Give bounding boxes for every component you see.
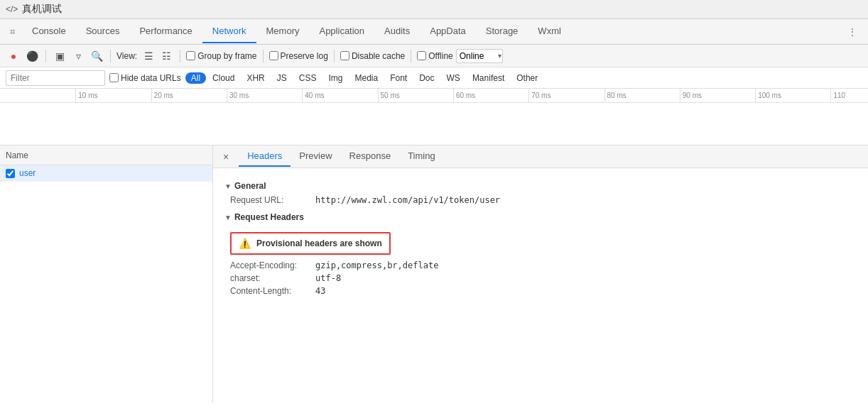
- tab-network[interactable]: Network: [202, 20, 256, 43]
- network-toolbar: ● ⚫ ▣ ▿ 🔍 View: ☰ ☷ Group by frame Prese…: [0, 45, 868, 67]
- name-column-header: Name: [6, 150, 28, 160]
- record-button[interactable]: ●: [6, 48, 21, 64]
- preserve-log-label: Preserve log: [281, 51, 328, 61]
- type-css-button[interactable]: CSS: [293, 72, 322, 84]
- row-name: user: [19, 168, 36, 178]
- request-headers-content: ⚠️ Provisional headers are shown Accept-…: [224, 226, 857, 296]
- hide-data-urls-input[interactable]: [109, 73, 119, 82]
- clear-button[interactable]: ⚫: [24, 48, 40, 64]
- main-area: Name user × Headers Preview Response Tim…: [0, 145, 868, 403]
- view-list-button[interactable]: ☰: [141, 50, 156, 62]
- type-doc-button[interactable]: Doc: [413, 72, 440, 84]
- collapse-arrow-icon: ▼: [224, 182, 232, 190]
- general-section-content: Request URL: http://www.zwl.com/api/v1/t…: [224, 195, 857, 205]
- accept-encoding-label: Accept-Encoding:: [230, 260, 315, 270]
- tab-storage[interactable]: Storage: [476, 20, 528, 43]
- timeline-tick: 60 ms: [453, 89, 475, 102]
- offline-input[interactable]: [417, 51, 426, 60]
- tab-appdata[interactable]: AppData: [420, 20, 476, 43]
- divider-5: [334, 50, 335, 62]
- request-url-label: Request URL:: [230, 195, 315, 205]
- group-by-frame-input[interactable]: [186, 51, 195, 60]
- right-panel: × Headers Preview Response Timing ▼ Gene…: [213, 145, 868, 403]
- row-checkbox[interactable]: [6, 169, 15, 178]
- warning-text: Provisional headers are shown: [256, 238, 382, 248]
- charset-row: charset: utf-8: [230, 273, 857, 283]
- tab-performance[interactable]: Performance: [129, 20, 202, 43]
- type-img-button[interactable]: Img: [322, 72, 348, 84]
- type-ws-button[interactable]: WS: [441, 72, 466, 84]
- charset-label: charset:: [230, 273, 315, 283]
- collapse-arrow-icon-2: ▼: [224, 214, 232, 221]
- preserve-log-checkbox[interactable]: Preserve log: [269, 51, 328, 61]
- type-manifest-button[interactable]: Manifest: [467, 72, 510, 84]
- request-url-row: Request URL: http://www.zwl.com/api/v1/t…: [230, 195, 857, 205]
- disable-cache-checkbox[interactable]: Disable cache: [340, 51, 405, 61]
- online-select[interactable]: Online Offline Slow 3G Fast 3G: [456, 49, 503, 63]
- timeline-tick: 40 ms: [302, 89, 324, 102]
- content-length-label: Content-Length:: [230, 286, 315, 296]
- offline-label: Offline: [428, 51, 452, 61]
- content-length-value: 43: [315, 286, 325, 296]
- tab-application[interactable]: Application: [309, 20, 374, 43]
- table-row[interactable]: user: [0, 165, 212, 182]
- screenshot-button[interactable]: ▣: [52, 48, 67, 64]
- filter-icon[interactable]: ▿: [70, 48, 86, 64]
- timeline-tick: 110: [830, 89, 845, 102]
- warning-icon: ⚠️: [239, 238, 251, 249]
- panel-content: ▼ General Request URL: http://www.zwl.co…: [213, 168, 868, 304]
- disable-cache-input[interactable]: [340, 51, 349, 60]
- timeline-tick: 70 ms: [528, 89, 550, 102]
- timeline-tick: 50 ms: [378, 89, 400, 102]
- close-panel-button[interactable]: ×: [219, 150, 233, 164]
- timeline-tick: 90 ms: [680, 89, 702, 102]
- provisional-headers-warning: ⚠️ Provisional headers are shown: [230, 232, 391, 255]
- type-xhr-button[interactable]: XHR: [241, 72, 270, 84]
- timeline-ruler: 10 ms20 ms30 ms40 ms50 ms60 ms70 ms80 ms…: [0, 89, 868, 103]
- tab-preview[interactable]: Preview: [291, 146, 340, 167]
- charset-value: utf-8: [315, 273, 341, 283]
- hide-data-urls-label: Hide data URLs: [121, 73, 181, 83]
- view-detail-button[interactable]: ☷: [159, 50, 174, 62]
- tab-audits[interactable]: Audits: [374, 20, 420, 43]
- filter-input[interactable]: [6, 70, 105, 86]
- type-other-button[interactable]: Other: [511, 72, 543, 84]
- inspector-icon[interactable]: ⌗: [6, 23, 19, 40]
- tab-timing[interactable]: Timing: [399, 146, 444, 167]
- tab-response[interactable]: Response: [341, 146, 400, 167]
- tab-wxml[interactable]: Wxml: [528, 20, 571, 43]
- type-cloud-button[interactable]: Cloud: [207, 72, 240, 84]
- divider-2: [110, 50, 111, 62]
- tab-console[interactable]: Console: [22, 20, 76, 43]
- type-all-button[interactable]: All: [185, 72, 206, 84]
- timeline-tick: 80 ms: [604, 89, 626, 102]
- search-button[interactable]: 🔍: [89, 48, 104, 64]
- request-headers-section-title[interactable]: ▼ Request Headers: [224, 212, 857, 222]
- accept-encoding-value: gzip,compress,br,deflate: [315, 260, 438, 270]
- type-media-button[interactable]: Media: [349, 72, 384, 84]
- divider-1: [45, 50, 46, 62]
- logo-icon: </>: [6, 4, 18, 14]
- tab-memory[interactable]: Memory: [256, 20, 310, 43]
- tab-headers[interactable]: Headers: [239, 146, 291, 167]
- more-tabs-button[interactable]: ⋮: [842, 24, 862, 40]
- right-panel-tabs: × Headers Preview Response Timing: [213, 145, 868, 168]
- app-title: 真机调试: [22, 3, 62, 16]
- offline-checkbox[interactable]: Offline: [417, 51, 452, 61]
- tab-sources[interactable]: Sources: [76, 20, 130, 43]
- divider-6: [411, 50, 411, 62]
- general-section-title[interactable]: ▼ General: [224, 181, 857, 191]
- timeline-tick: 30 ms: [227, 89, 249, 102]
- view-label: View:: [116, 51, 137, 61]
- group-by-frame-checkbox[interactable]: Group by frame: [186, 51, 256, 61]
- request-url-value: http://www.zwl.com/api/v1/token/user: [315, 195, 500, 205]
- accept-encoding-row: Accept-Encoding: gzip,compress,br,deflat…: [230, 260, 857, 270]
- type-js-button[interactable]: JS: [271, 72, 293, 84]
- type-font-button[interactable]: Font: [384, 72, 413, 84]
- hide-data-urls-checkbox[interactable]: Hide data URLs: [109, 73, 181, 83]
- preserve-log-input[interactable]: [269, 51, 278, 60]
- left-panel-header: Name: [0, 145, 212, 165]
- general-label: General: [234, 181, 266, 191]
- tab-bar: ⌗ Console Sources Performance Network Me…: [0, 19, 868, 45]
- group-by-frame-label: Group by frame: [197, 51, 256, 61]
